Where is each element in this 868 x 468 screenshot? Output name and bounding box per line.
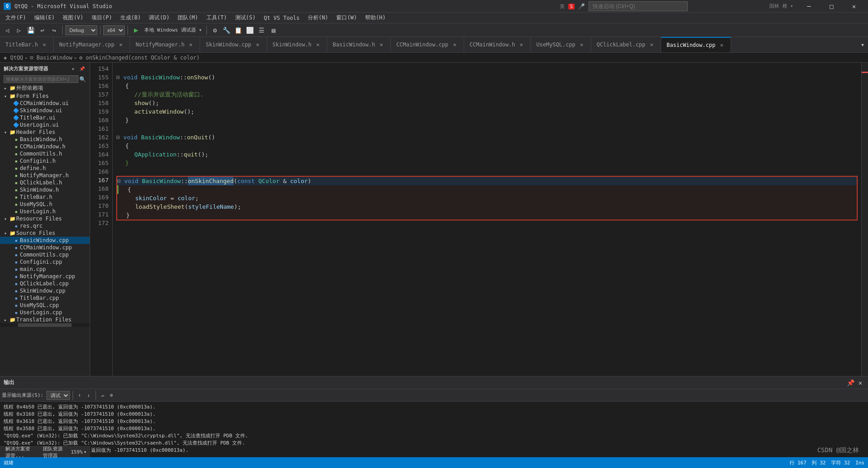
toolbar-btn6[interactable]: 🔧 bbox=[221, 25, 232, 36]
sidebar-close-btn[interactable]: ✕ bbox=[69, 64, 77, 73]
menu-tools[interactable]: 工具(T) bbox=[203, 13, 231, 23]
debug-config-select[interactable]: Debug Release bbox=[65, 25, 97, 35]
output-pin-btn[interactable]: 📌 bbox=[846, 379, 854, 387]
sidebar-scroll-thumb[interactable] bbox=[18, 323, 72, 327]
tree-item-qclicklabel-h[interactable]: ▪ QClickLabel.h bbox=[0, 179, 90, 186]
tree-item-usemysql-cpp[interactable]: ▪ UseMySQL.cpp bbox=[0, 302, 90, 309]
menu-qtvs[interactable]: Qt VS Tools bbox=[260, 13, 303, 23]
toolbar-fwd[interactable]: ▷ bbox=[14, 25, 24, 36]
tree-item-configini-h[interactable]: ▪ Configini.h bbox=[0, 157, 90, 165]
tree-item-qclicklabel-cpp[interactable]: ▪ QClickLabel.cpp bbox=[0, 280, 90, 287]
tree-item-sourcefiles[interactable]: ▾ 📁 Source Files bbox=[0, 229, 90, 237]
tab-close[interactable]: ✕ bbox=[41, 41, 48, 48]
toolbar-undo[interactable]: ↩ bbox=[37, 25, 48, 36]
quick-search-input[interactable] bbox=[589, 1, 688, 11]
menu-help[interactable]: 帮助(H) bbox=[361, 13, 389, 23]
menu-view[interactable]: 视图(V) bbox=[59, 13, 87, 23]
zoom-control[interactable]: 159% ▾ bbox=[71, 449, 87, 455]
tree-item-extdeps[interactable]: ▸ 📁 外部依赖项 bbox=[0, 84, 90, 92]
toolbar-btn7[interactable]: 📋 bbox=[233, 25, 244, 36]
tree-item-commonutils-cpp[interactable]: ▪ CommonUtils.cpp bbox=[0, 251, 90, 258]
code-content[interactable]: ⊟ void BasicWindow::onShow() { //显示并设置为活… bbox=[113, 63, 861, 376]
tab-close[interactable]: ✕ bbox=[451, 41, 458, 48]
tab-skinwindow-cpp[interactable]: SkinWindow.cpp ✕ bbox=[200, 37, 267, 53]
tree-item-ccmainwindow-h[interactable]: ▪ CCMainWindow.h bbox=[0, 143, 90, 150]
tree-item-notifymanager-cpp[interactable]: ▪ NotifyManager.cpp bbox=[0, 273, 90, 280]
tab-notifymanager-h[interactable]: NotifyManager.h ✕ bbox=[130, 37, 200, 53]
tab-skinwindow-h[interactable]: SkinWindow.h ✕ bbox=[267, 37, 328, 53]
team-explorer-tab[interactable]: 团队资源管理器 bbox=[39, 445, 69, 460]
toolbar-redo[interactable]: ↪ bbox=[49, 25, 59, 36]
tree-item-ccmainwindow-ui[interactable]: 🔷 CCMainWindow.ui bbox=[0, 100, 90, 107]
tree-item-formfiles[interactable]: ▾ 📁 Form Files bbox=[0, 92, 90, 100]
tree-item-translationfiles[interactable]: ▸ 📁 Translation Files bbox=[0, 316, 90, 323]
tab-overflow-btn[interactable]: ▾ bbox=[857, 39, 868, 50]
tree-item-basicwindow-h[interactable]: ▪ BasicWindow.h bbox=[0, 136, 90, 143]
output-scroll-up[interactable]: ↑ bbox=[76, 391, 84, 399]
code-container[interactable]: 154 155 156 157 158 159 160 161 162 163 … bbox=[90, 63, 868, 376]
tree-item-commonutils-h[interactable]: ▪ CommonUtils.h bbox=[0, 150, 90, 157]
tree-item-headerfiles[interactable]: ▾ 📁 Header Files bbox=[0, 128, 90, 136]
tab-close[interactable]: ✕ bbox=[187, 41, 194, 48]
output-body[interactable]: 线程 0x4b50 已退出, 返回值为 -1073741510 (0xc0000… bbox=[0, 402, 868, 457]
tab-close[interactable]: ✕ bbox=[718, 41, 725, 49]
tab-basicwindow-cpp[interactable]: BasicWindow.cpp ✕ bbox=[661, 37, 731, 53]
tree-item-ccmainwindow-cpp[interactable]: ▪ CCMainWindow.cpp bbox=[0, 244, 90, 251]
menu-analyze[interactable]: 分析(N) bbox=[304, 13, 332, 23]
tree-item-titlebar-h[interactable]: ▪ TitleBar.h bbox=[0, 193, 90, 201]
tree-item-skinwindow-ui[interactable]: 🔷 SkinWindow.ui bbox=[0, 107, 90, 114]
menu-team[interactable]: 团队(M) bbox=[174, 13, 202, 23]
tab-close[interactable]: ✕ bbox=[578, 41, 585, 48]
tab-close[interactable]: ✕ bbox=[518, 41, 525, 48]
tree-item-userlogin-cpp[interactable]: ▪ UserLogin.cpp bbox=[0, 309, 90, 316]
tab-titlebar-h[interactable]: TitleBar.h ✕ bbox=[0, 37, 54, 53]
run-button[interactable]: ▶ bbox=[131, 25, 142, 36]
tree-item-titlebar-ui[interactable]: 🔷 TitleBar.ui bbox=[0, 114, 90, 121]
tab-close[interactable]: ✕ bbox=[314, 41, 321, 48]
tab-close[interactable]: ✕ bbox=[254, 41, 261, 48]
tab-usemysql-cpp[interactable]: UseMySQL.cpp ✕ bbox=[531, 37, 591, 53]
output-close-btn[interactable]: ✕ bbox=[856, 379, 864, 387]
toolbar-btn5[interactable]: ⚙ bbox=[210, 25, 220, 36]
tab-notifymanager-cpp[interactable]: NotifyManager.cpp ✕ bbox=[54, 37, 130, 53]
sidebar-pin-btn[interactable]: 📌 bbox=[78, 64, 86, 73]
tree-item-userlogin-ui[interactable]: 🔷 UserLogin.ui bbox=[0, 121, 90, 128]
toolbar-save[interactable]: 💾 bbox=[25, 25, 36, 36]
menu-window[interactable]: 窗口(W) bbox=[333, 13, 361, 23]
tree-item-resourcefiles[interactable]: ▾ 📁 Resource Files bbox=[0, 215, 90, 222]
toolbar-back[interactable]: ◁ bbox=[2, 25, 13, 36]
solution-explorer-tab[interactable]: 解决方案资源管... bbox=[2, 445, 37, 460]
tree-item-skinwindow-cpp[interactable]: ▪ SkinWindow.cpp bbox=[0, 287, 90, 294]
output-wrap-btn[interactable]: ↵ bbox=[99, 391, 107, 399]
toolbar-btn9[interactable]: ☰ bbox=[256, 25, 267, 36]
minimize-button[interactable]: ─ bbox=[799, 0, 819, 13]
tree-item-userlogin-h[interactable]: ▪ UserLogin.h bbox=[0, 208, 90, 215]
tree-item-usemysql-h[interactable]: ▪ UseMySQL.h bbox=[0, 201, 90, 208]
tree-item-titlebar-cpp[interactable]: ▪ TitleBar.cpp bbox=[0, 294, 90, 302]
menu-build[interactable]: 生成(B) bbox=[117, 13, 145, 23]
platform-select[interactable]: x64 x86 bbox=[103, 25, 125, 35]
menu-file[interactable]: 文件(F) bbox=[2, 13, 30, 23]
tree-item-skinwindow-h[interactable]: ▪ SkinWindow.h bbox=[0, 186, 90, 193]
toolbar-btn8[interactable]: ⬜ bbox=[245, 25, 256, 36]
tab-close[interactable]: ✕ bbox=[378, 41, 385, 48]
tree-item-configini-cpp[interactable]: ▪ Configini.cpp bbox=[0, 258, 90, 266]
output-scroll-down[interactable]: ↓ bbox=[85, 391, 93, 399]
menu-edit[interactable]: 编辑(E) bbox=[31, 13, 59, 23]
tree-item-main-cpp[interactable]: ▪ main.cpp bbox=[0, 266, 90, 273]
menu-debug[interactable]: 调试(D) bbox=[145, 13, 173, 23]
tree-item-basicwindow-cpp[interactable]: ▪ BasicWindow.cpp bbox=[0, 237, 90, 244]
tab-basicwindow-h[interactable]: BasicWindow.h ✕ bbox=[327, 37, 391, 53]
menu-test[interactable]: 测试(S) bbox=[232, 13, 260, 23]
tab-ccmainwindow-h[interactable]: CCMainWindow.h ✕ bbox=[464, 37, 531, 53]
run-label[interactable]: 本地 Windows 调试器 ▾ bbox=[142, 27, 204, 33]
tab-close[interactable]: ✕ bbox=[648, 41, 655, 48]
tab-qclicklabel-cpp[interactable]: QClickLabel.cpp ✕ bbox=[591, 37, 661, 53]
output-source-select[interactable]: 调试 bbox=[46, 391, 70, 400]
output-filter-btn[interactable]: ⚙ bbox=[108, 391, 116, 399]
tree-item-res-qrc[interactable]: ▪ res.qrc bbox=[0, 222, 90, 229]
close-button[interactable]: ✕ bbox=[844, 0, 864, 13]
menu-project[interactable]: 项目(P) bbox=[88, 13, 116, 23]
tree-item-notifymanager-h[interactable]: ▪ NotifyManager.h bbox=[0, 172, 90, 179]
editor-scrollbar[interactable] bbox=[861, 63, 868, 376]
